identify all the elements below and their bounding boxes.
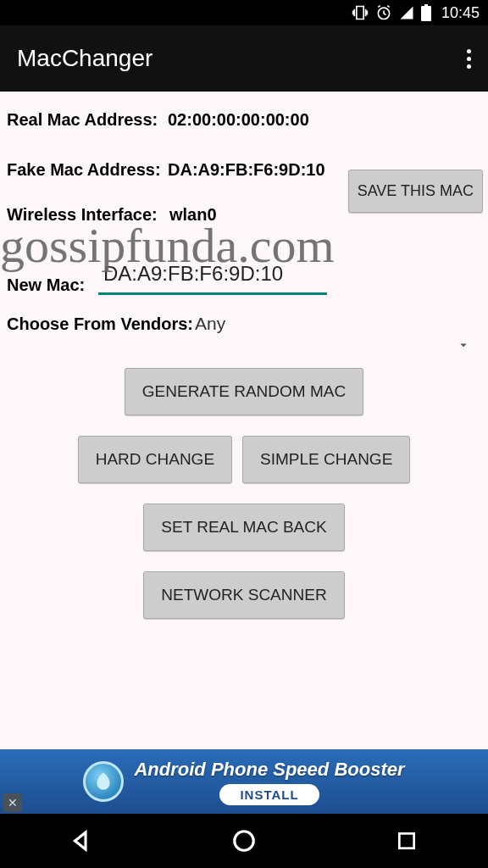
vendor-value: Any	[195, 314, 225, 334]
wireless-interface-value: wlan0	[169, 205, 217, 225]
simple-change-button[interactable]: SIMPLE CHANGE	[242, 436, 410, 483]
ad-text-stack: Android Phone Speed Booster INSTALL	[134, 759, 404, 805]
wireless-interface-label: Wireless Interface:	[7, 205, 169, 225]
nav-bar	[0, 814, 488, 868]
real-mac-value: 02:00:00:00:00:00	[168, 110, 309, 130]
overflow-menu-icon[interactable]	[467, 49, 471, 69]
new-mac-input[interactable]	[98, 259, 327, 295]
svg-rect-4	[399, 833, 413, 848]
generate-random-mac-button[interactable]: GENERATE RANDOM MAC	[125, 368, 363, 415]
status-bar: 10:45	[0, 0, 488, 25]
real-mac-row: Real Mac Address: 02:00:00:00:00:00	[7, 110, 481, 130]
ad-close-icon[interactable]: ✕	[3, 793, 22, 812]
app-title: MacChanger	[17, 45, 152, 72]
network-scanner-button[interactable]: NETWORK SCANNER	[143, 571, 344, 619]
content-area: Real Mac Address: 02:00:00:00:00:00 Fake…	[0, 92, 488, 749]
vibrate-icon	[352, 4, 369, 21]
nav-recent-button[interactable]	[369, 830, 445, 852]
button-stack: GENERATE RANDOM MAC HARD CHANGE SIMPLE C…	[7, 368, 481, 619]
svg-rect-1	[421, 6, 431, 21]
save-mac-button[interactable]: SAVE THIS MAC	[348, 170, 483, 213]
ad-title: Android Phone Speed Booster	[134, 759, 404, 781]
nav-home-button[interactable]	[206, 828, 282, 854]
ad-banner[interactable]: ✕ Android Phone Speed Booster INSTALL	[0, 749, 488, 814]
alarm-icon	[375, 4, 392, 21]
svg-rect-2	[424, 4, 428, 6]
svg-point-3	[235, 832, 254, 851]
vendor-row[interactable]: Choose From Vendors: Any	[7, 314, 481, 334]
new-mac-row: New Mac:	[7, 259, 481, 295]
hard-change-button[interactable]: HARD CHANGE	[78, 436, 232, 483]
status-time: 10:45	[441, 4, 480, 22]
vendor-label: Choose From Vendors:	[7, 314, 195, 334]
fake-mac-value: DA:A9:FB:F6:9D:10	[168, 160, 325, 180]
ad-app-icon	[83, 761, 124, 802]
app-bar: MacChanger	[0, 25, 488, 92]
new-mac-label: New Mac:	[7, 275, 98, 295]
screen: 10:45 MacChanger Real Mac Address: 02:00…	[0, 0, 488, 868]
nav-back-button[interactable]	[43, 828, 119, 854]
signal-icon	[399, 5, 414, 20]
real-mac-label: Real Mac Address:	[7, 110, 168, 130]
battery-icon	[421, 4, 431, 21]
fake-mac-label: Fake Mac Address:	[7, 160, 168, 180]
ad-install-button[interactable]: INSTALL	[219, 784, 319, 805]
chevron-down-icon[interactable]	[456, 337, 471, 356]
set-real-mac-back-button[interactable]: SET REAL MAC BACK	[143, 504, 344, 551]
change-button-row: HARD CHANGE SIMPLE CHANGE	[78, 436, 411, 483]
